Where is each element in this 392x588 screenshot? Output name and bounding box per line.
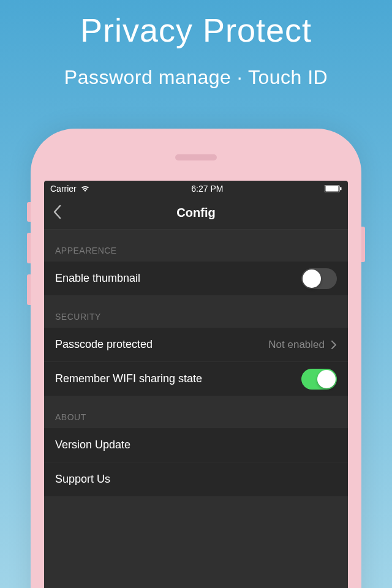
row-enable-thumbnail[interactable]: Enable thumbnail	[44, 262, 348, 296]
status-time: 6:27 PM	[191, 184, 223, 194]
status-bar: Carrier 6:27 PM	[44, 181, 348, 197]
nav-title: Config	[176, 206, 215, 220]
chevron-right-icon	[331, 340, 337, 350]
toggle-remember-wifi[interactable]	[301, 369, 337, 390]
row-version-update[interactable]: Version Update	[44, 428, 348, 462]
row-label: Remember WIFI sharing state	[55, 372, 202, 385]
row-support-us[interactable]: Support Us	[44, 462, 348, 497]
hero-subtitle: Password manage · Touch ID	[0, 66, 392, 89]
volume-up-button	[27, 233, 31, 263]
toggle-knob	[317, 370, 336, 388]
phone-frame: Carrier 6:27 PM Config APPEARENCE Enable…	[31, 129, 361, 588]
volume-down-button	[27, 274, 31, 305]
row-label: Version Update	[55, 439, 130, 451]
wifi-icon	[80, 185, 90, 192]
svg-rect-2	[340, 187, 342, 190]
battery-icon	[325, 185, 342, 192]
section-header-about: ABOUT	[44, 396, 348, 428]
power-button	[361, 227, 365, 262]
row-label: Passcode protected	[55, 338, 153, 351]
silent-switch	[27, 202, 31, 222]
back-button[interactable]	[44, 205, 70, 222]
row-label: Support Us	[55, 473, 110, 486]
svg-rect-1	[325, 186, 338, 192]
section-header-appearance: APPEARENCE	[44, 230, 348, 262]
row-label: Enable thumbnail	[55, 272, 140, 285]
toggle-enable-thumbnail[interactable]	[301, 268, 337, 289]
row-value: Not enabled	[268, 339, 325, 351]
row-passcode-protected[interactable]: Passcode protected Not enabled	[44, 328, 348, 362]
section-header-security: SECURITY	[44, 296, 348, 328]
phone-left-buttons	[27, 202, 31, 316]
phone-speaker	[175, 154, 217, 160]
settings-content: APPEARENCE Enable thumbnail SECURITY Pas…	[44, 230, 348, 588]
nav-bar: Config	[44, 197, 348, 230]
toggle-knob	[303, 270, 321, 288]
hero-title: Privacy Protect	[0, 0, 392, 49]
status-carrier: Carrier	[50, 184, 77, 194]
phone-screen: Carrier 6:27 PM Config APPEARENCE Enable…	[44, 181, 348, 588]
row-remember-wifi[interactable]: Remember WIFI sharing state	[44, 362, 348, 396]
